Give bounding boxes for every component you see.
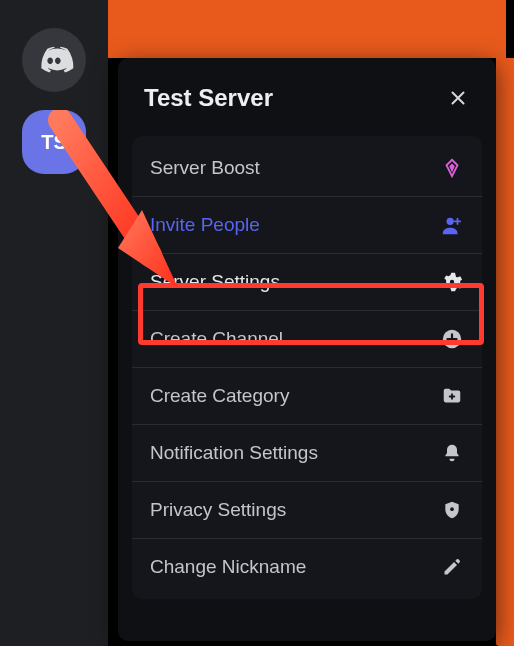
menu-label: Server Settings: [150, 271, 280, 293]
close-button[interactable]: [442, 82, 474, 114]
server-menu: Server Boost Invite People: [132, 136, 482, 599]
discord-home-button[interactable]: [22, 28, 86, 92]
server-initials: TS: [41, 131, 67, 154]
close-icon: [447, 87, 469, 109]
folder-plus-icon: [440, 384, 464, 408]
menu-item-privacy-settings[interactable]: Privacy Settings: [132, 481, 482, 538]
server-avatar[interactable]: [22, 356, 86, 420]
server-avatar[interactable]: [22, 438, 86, 502]
orange-header-strip: [108, 0, 506, 58]
menu-label: Notification Settings: [150, 442, 318, 464]
menu-item-create-category[interactable]: Create Category: [132, 367, 482, 424]
menu-label: Create Channel: [150, 328, 283, 350]
svg-point-1: [450, 280, 454, 284]
server-selected[interactable]: TS: [22, 110, 86, 174]
menu-item-notification-settings[interactable]: Notification Settings: [132, 424, 482, 481]
menu-label: Change Nickname: [150, 556, 306, 578]
server-dropdown-panel: Test Server Server Boost Invite People: [118, 58, 496, 641]
bell-icon: [440, 441, 464, 465]
app-root: TS: [0, 0, 514, 646]
server-avatar[interactable]: [22, 192, 86, 256]
menu-item-invite-people[interactable]: Invite People: [132, 196, 482, 253]
server-avatar[interactable]: [22, 274, 86, 338]
menu-item-server-settings[interactable]: Server Settings: [132, 253, 482, 310]
server-avatar[interactable]: [22, 520, 86, 584]
menu-label: Invite People: [150, 214, 260, 236]
circle-plus-icon: [440, 327, 464, 351]
server-name-title: Test Server: [144, 84, 273, 112]
shield-icon: [440, 498, 464, 522]
gear-icon: [440, 270, 464, 294]
menu-item-create-channel[interactable]: Create Channel: [132, 310, 482, 367]
add-user-icon: [440, 213, 464, 237]
discord-logo-icon: [34, 40, 74, 80]
pencil-icon: [440, 555, 464, 579]
menu-label: Create Category: [150, 385, 289, 407]
menu-label: Privacy Settings: [150, 499, 286, 521]
server-rail: TS: [0, 0, 108, 646]
svg-point-3: [450, 507, 454, 511]
menu-item-server-boost[interactable]: Server Boost: [132, 140, 482, 196]
orange-side-strip: [496, 58, 514, 646]
svg-point-0: [447, 218, 454, 225]
menu-label: Server Boost: [150, 157, 260, 179]
panel-header: Test Server: [118, 60, 496, 136]
boost-gem-icon: [440, 156, 464, 180]
menu-item-change-nickname[interactable]: Change Nickname: [132, 538, 482, 595]
